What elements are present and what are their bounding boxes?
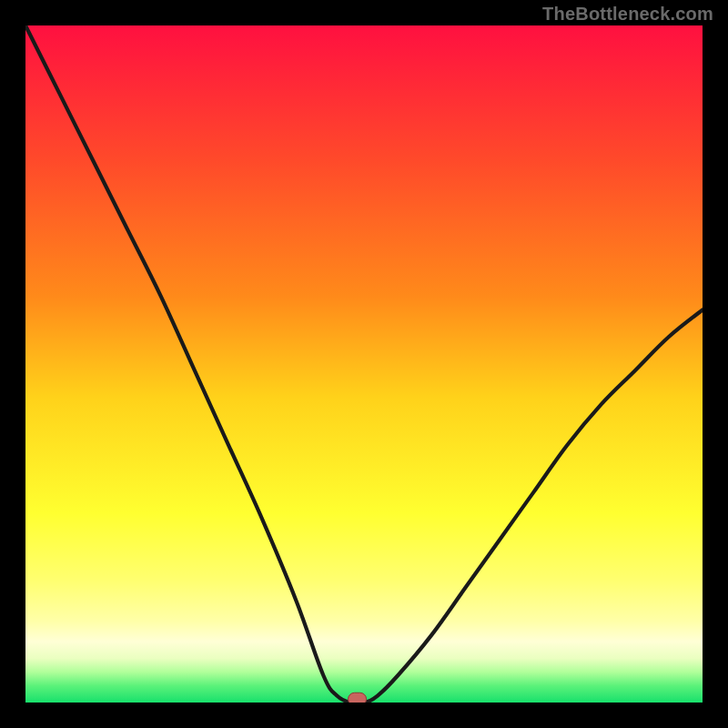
plot-background [25, 25, 703, 703]
watermark-text: TheBottleneck.com [542, 4, 713, 25]
optimal-marker [349, 693, 367, 705]
bottleneck-chart [0, 0, 728, 728]
chart-frame: { "watermark": "TheBottleneck.com", "col… [0, 0, 728, 728]
